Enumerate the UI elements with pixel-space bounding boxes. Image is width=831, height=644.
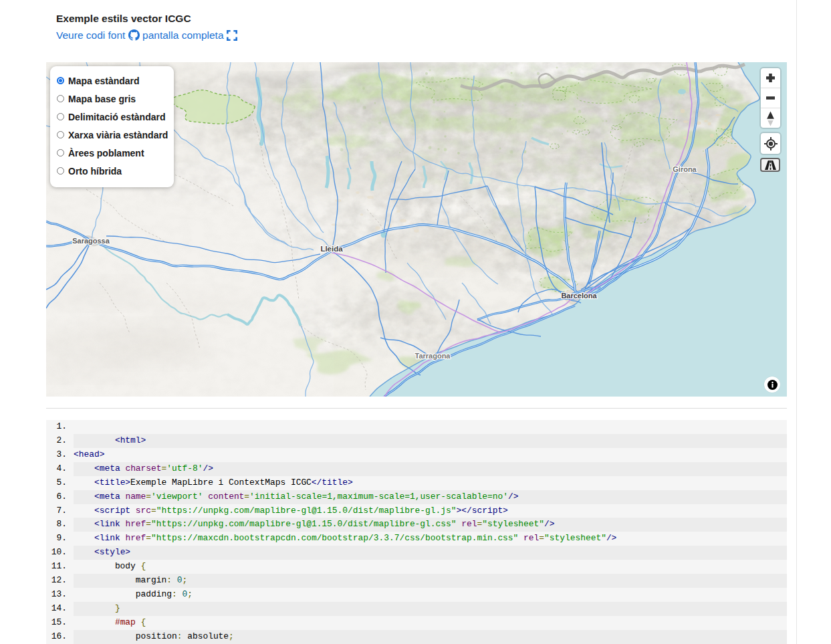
svg-text:Girona: Girona (673, 165, 697, 173)
svg-text:Saragossa: Saragossa (72, 237, 110, 245)
svg-text:Tarragona: Tarragona (415, 352, 451, 360)
svg-text:Lleida: Lleida (320, 245, 343, 253)
svg-text:Barcelona: Barcelona (561, 292, 597, 300)
